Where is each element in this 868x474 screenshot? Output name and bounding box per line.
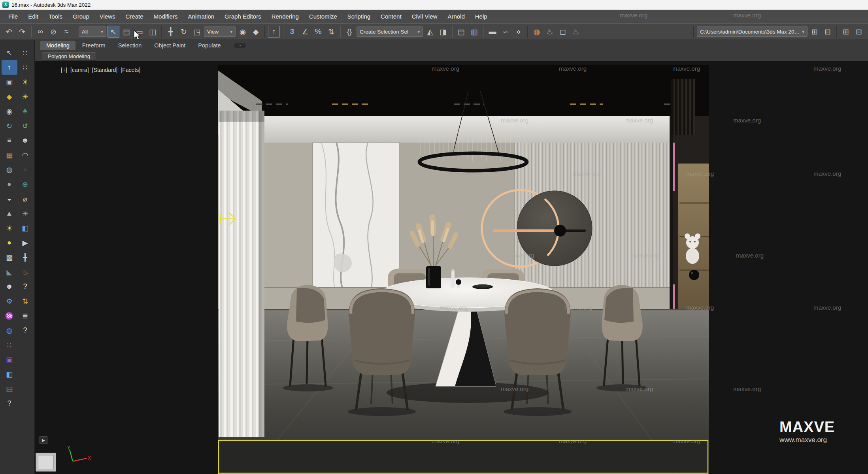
select-and-rotate-button[interactable]: ↻ xyxy=(178,26,190,38)
blue-circle-icon[interactable]: ◍ xyxy=(2,323,17,338)
target-icon[interactable]: ◉ xyxy=(2,104,17,118)
checker-icon[interactable]: ▩ xyxy=(2,250,17,265)
snaps-toggle-button[interactable]: 3 xyxy=(286,26,298,38)
tree-icon[interactable]: ♣ xyxy=(17,104,33,118)
render-production-button[interactable]: ♨ xyxy=(570,26,582,38)
manage-links-button[interactable]: ⊟ xyxy=(822,26,834,38)
help-icon[interactable]: ? xyxy=(17,279,33,294)
polygon-modeling-panel[interactable]: Polygon Modeling xyxy=(42,52,96,61)
arc-icon[interactable]: ◠ xyxy=(17,148,33,162)
orange-box-icon[interactable]: ▦ xyxy=(2,148,17,162)
select-and-scale-button[interactable]: ◳ xyxy=(191,26,203,38)
window-crossing-toggle[interactable]: ◫ xyxy=(147,26,159,38)
menu-item-graph-editors[interactable]: Graph Editors xyxy=(219,10,266,23)
toolbar-scroll-button[interactable]: ▶ xyxy=(40,436,47,444)
menu-item-help[interactable]: Help xyxy=(470,10,492,23)
wedge-icon[interactable]: ◣ xyxy=(2,265,17,279)
toggle-layer-explorer-button[interactable]: ▥ xyxy=(468,26,480,38)
select-and-manipulate-button[interactable]: ◆ xyxy=(250,26,262,38)
lightbulb-icon[interactable]: ☀ xyxy=(17,75,33,89)
viewport-label-part-3[interactable]: [Facets] xyxy=(121,67,140,73)
menu-item-customize[interactable]: Customize xyxy=(304,10,342,23)
diameter-icon[interactable]: ⌀ xyxy=(17,192,33,206)
toggle-scene-explorer-button[interactable]: ▤ xyxy=(455,26,467,38)
viewport-layout-button[interactable]: ⊞ xyxy=(840,26,852,38)
select-cursor-icon[interactable]: ↖ xyxy=(2,45,17,60)
play-icon[interactable]: ▶ xyxy=(17,235,33,250)
key-icon[interactable]: ◆ xyxy=(2,89,17,104)
black-vase[interactable] xyxy=(426,266,441,288)
color-dots-icon[interactable]: ∷ xyxy=(2,338,17,352)
curtains[interactable] xyxy=(219,111,264,437)
mini-viewport-panel[interactable] xyxy=(36,453,56,472)
refresh-teal-icon[interactable]: ↻ xyxy=(2,118,17,133)
tab-object-paint[interactable]: Object Paint xyxy=(148,41,191,50)
selection-filter-dropdown[interactable]: All▾ xyxy=(79,26,106,37)
select-and-link-button[interactable]: ∞ xyxy=(34,26,46,38)
viewport-label-part-1[interactable]: [camra] xyxy=(70,67,89,73)
cone-icon[interactable]: ▲ xyxy=(2,206,17,221)
refresh-green-icon[interactable]: ↺ xyxy=(17,118,33,133)
select-object-button[interactable]: ↖ xyxy=(108,26,119,38)
align-button[interactable]: ◨ xyxy=(437,26,449,38)
tab-selection[interactable]: Selection xyxy=(112,41,148,50)
named-selection-sets-dropdown[interactable]: Create Selection Sel▾ xyxy=(357,26,423,37)
dots-grid-2-icon[interactable]: ∷ xyxy=(17,60,33,75)
menu-item-group[interactable]: Group xyxy=(68,10,94,23)
menu-item-civil-view[interactable]: Civil View xyxy=(407,10,443,23)
gear-icon[interactable]: ⚙ xyxy=(2,294,17,308)
grass-icon[interactable]: ♒ xyxy=(2,308,17,323)
curve-editor-button[interactable]: ∽ xyxy=(500,26,511,38)
viewport-label-part-0[interactable]: [+] xyxy=(61,67,67,73)
menu-item-file[interactable]: File xyxy=(3,10,23,23)
gray-sphere-icon[interactable]: ● xyxy=(2,177,17,192)
bowl-icon[interactable]: ◒ xyxy=(2,192,17,206)
bulb-gray-icon[interactable]: ☀ xyxy=(17,206,33,221)
menu-item-arnold[interactable]: Arnold xyxy=(442,10,470,23)
bright-sun-icon[interactable]: ☀ xyxy=(2,221,17,235)
list-icon[interactable]: ≡ xyxy=(2,133,17,148)
project-folder-field[interactable]: C:\Users\admin\Documents\3ds Max 2022▾ xyxy=(697,26,808,37)
menu-item-content[interactable]: Content xyxy=(376,10,407,23)
clipboard-icon[interactable]: ▤ xyxy=(2,382,17,396)
walk-person-icon[interactable]: ☻ xyxy=(2,279,17,294)
select-and-move-button[interactable]: ╋ xyxy=(165,26,177,38)
menu-item-animation[interactable]: Animation xyxy=(183,10,219,23)
sort-icon[interactable]: ⇅ xyxy=(17,294,33,308)
move-cross-icon[interactable]: ╋ xyxy=(17,250,33,265)
window-blue-icon[interactable]: ◧ xyxy=(17,221,33,235)
black-sphere-decor[interactable] xyxy=(689,270,699,280)
menu-item-tools[interactable]: Tools xyxy=(43,10,68,23)
image-panel-icon[interactable]: ▣ xyxy=(2,75,17,89)
select-by-name-button[interactable]: ▤ xyxy=(121,26,132,38)
dark-sphere-icon[interactable]: ● xyxy=(17,162,33,177)
shared-views-button[interactable]: ⊞ xyxy=(809,26,821,38)
tab-populate[interactable]: Populate xyxy=(192,41,226,50)
bind-to-space-warp-button[interactable]: ≈ xyxy=(60,26,72,38)
render-setup-button[interactable]: ♨ xyxy=(544,26,556,38)
menu-item-views[interactable]: Views xyxy=(94,10,121,23)
donut-icon[interactable]: ◍ xyxy=(2,162,17,177)
up-arrow-icon[interactable]: ↑ xyxy=(2,60,17,75)
menu-item-scripting[interactable]: Scripting xyxy=(342,10,376,23)
float-window-button[interactable]: ⊟ xyxy=(853,26,865,38)
tab-freeform[interactable]: Freeform xyxy=(76,41,111,50)
blue-app-icon[interactable]: ◧ xyxy=(2,367,17,382)
purple-app-icon[interactable]: ▣ xyxy=(2,352,17,367)
angle-snap-toggle[interactable]: ∠ xyxy=(299,26,311,38)
camera-viewport-render[interactable] xyxy=(218,65,709,474)
viewport-label-part-2[interactable]: [Standard] xyxy=(92,67,118,73)
percent-snap-toggle[interactable]: % xyxy=(312,26,324,38)
keyboard-override-toggle[interactable]: ↑ xyxy=(268,26,280,38)
toggle-ribbon-button[interactable]: ▬ xyxy=(487,26,498,38)
edit-named-selection-sets-button[interactable]: {} xyxy=(343,26,355,38)
ribbon-state-toggle[interactable]: ·· xyxy=(234,43,246,48)
lines-icon[interactable]: ≣ xyxy=(17,308,33,323)
unlink-selection-button[interactable]: ⊘ xyxy=(47,26,59,38)
mirror-button[interactable]: ◭ xyxy=(424,26,436,38)
earth-icon[interactable]: ⊕ xyxy=(17,177,33,192)
tab-modeling[interactable]: Modeling xyxy=(40,41,75,50)
menu-item-rendering[interactable]: Rendering xyxy=(266,10,304,23)
help-2-icon[interactable]: ? xyxy=(17,323,33,338)
redo-button[interactable]: ↷ xyxy=(16,26,28,38)
